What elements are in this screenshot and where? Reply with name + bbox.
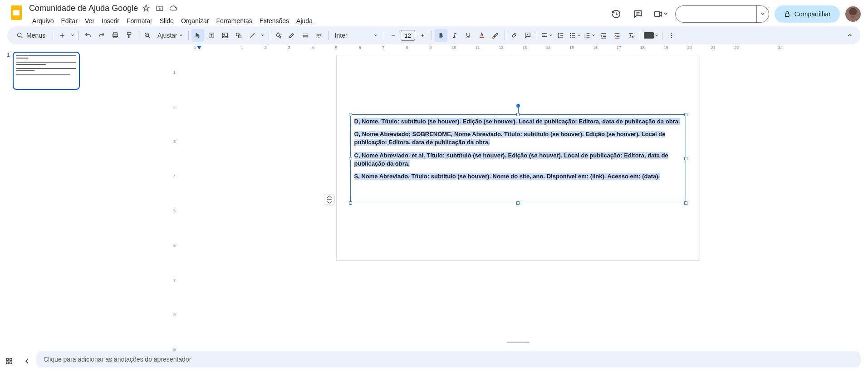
line-spacing-button[interactable] — [554, 29, 567, 42]
paint-format-button[interactable] — [123, 29, 135, 42]
svg-rect-21 — [644, 32, 654, 39]
align-button[interactable] — [540, 29, 554, 42]
resize-handle-bc[interactable] — [516, 201, 520, 205]
textbox-content[interactable]: D, Nome. Título: subtítulo (se houver). … — [351, 115, 686, 188]
fill-color-button[interactable] — [272, 29, 284, 42]
line-tool[interactable] — [246, 29, 259, 42]
cloud-icon[interactable] — [169, 4, 178, 13]
textbox-tool[interactable] — [205, 29, 218, 42]
indent-increase-button[interactable] — [611, 29, 623, 42]
line-dropdown[interactable] — [260, 29, 266, 42]
share-button[interactable]: Compartilhar — [775, 5, 840, 23]
search-menus[interactable]: Menus — [12, 29, 50, 42]
new-slide-dropdown[interactable] — [69, 29, 76, 42]
resize-handle-tr[interactable] — [684, 113, 687, 116]
menu-inserir[interactable]: Inserir — [98, 15, 123, 26]
font-select[interactable]: Inter — [331, 29, 381, 42]
fontsize-input[interactable] — [401, 30, 415, 41]
present-button[interactable]: Apresentação de slides — [675, 5, 769, 23]
indent-decrease-button[interactable] — [597, 29, 610, 42]
comments-icon[interactable] — [630, 6, 646, 22]
shape-tool[interactable] — [232, 29, 245, 42]
border-dash-button[interactable] — [313, 29, 325, 42]
comment-button[interactable] — [521, 29, 534, 42]
menu-arquivo[interactable]: Arquivo — [29, 15, 57, 26]
bottom-bar: Clique para adicionar as anotações do ap… — [0, 350, 868, 368]
collapse-filmstrip-icon[interactable] — [22, 356, 33, 367]
image-tool[interactable] — [219, 29, 231, 42]
move-icon[interactable] — [155, 4, 164, 13]
svg-point-16 — [570, 35, 570, 35]
speaker-notes-input[interactable]: Clique para adicionar as anotações do ap… — [36, 351, 861, 367]
svg-point-4 — [18, 33, 21, 37]
menu-editar[interactable]: Editar — [58, 15, 81, 26]
bold-button[interactable] — [435, 29, 447, 42]
slides-icon — [10, 5, 23, 21]
grid-view-icon[interactable] — [4, 356, 15, 367]
menubar: Arquivo Editar Ver Inserir Formatar Slid… — [29, 15, 608, 26]
svg-point-15 — [570, 33, 570, 34]
menu-extensoes[interactable]: Extensões — [256, 15, 292, 26]
menu-ferramentas[interactable]: Ferramentas — [213, 15, 255, 26]
italic-button[interactable] — [448, 29, 461, 42]
svg-point-11 — [224, 34, 225, 35]
border-color-button[interactable] — [285, 29, 298, 42]
svg-rect-28 — [6, 362, 9, 364]
menu-ajuda[interactable]: Ajuda — [293, 15, 316, 26]
slide-canvas[interactable]: D, Nome. Título: subtítulo (se houver). … — [337, 56, 700, 260]
account-avatar[interactable] — [845, 6, 861, 22]
clear-formatting-button[interactable] — [624, 29, 637, 42]
zoom-tool-button[interactable] — [141, 29, 154, 42]
svg-rect-26 — [6, 358, 9, 361]
textbox-autofit-icon[interactable] — [324, 194, 335, 205]
speaker-notes-divider[interactable] — [181, 342, 854, 343]
text-color-button[interactable] — [476, 29, 488, 42]
redo-button[interactable] — [95, 29, 108, 42]
fontsize-decrease[interactable] — [387, 29, 400, 42]
underline-button[interactable] — [462, 29, 475, 42]
menu-organizar[interactable]: Organizar — [178, 15, 212, 26]
numbered-list-button[interactable]: 123 — [583, 29, 596, 42]
horizontal-ruler[interactable]: 1 1 2 3 4 5 6 7 8 9 10 11 12 13 14 15 16… — [181, 45, 854, 53]
resize-handle-tl[interactable] — [349, 113, 352, 116]
paragraph-2: O, Nome Abreviado; SOBRENOME, Nome Abrev… — [354, 131, 666, 146]
select-tool[interactable] — [191, 29, 204, 42]
undo-button[interactable] — [82, 29, 94, 42]
bullet-list-button[interactable] — [568, 29, 582, 42]
resize-handle-ml[interactable] — [349, 157, 352, 160]
border-weight-button[interactable] — [299, 29, 312, 42]
new-slide-button[interactable] — [56, 29, 69, 42]
indent-marker-icon[interactable] — [197, 46, 201, 49]
resize-handle-br[interactable] — [684, 201, 687, 205]
menu-slide[interactable]: Slide — [157, 15, 177, 26]
resize-handle-bl[interactable] — [349, 201, 352, 205]
resize-handle-tc[interactable] — [516, 113, 520, 116]
svg-rect-10 — [222, 33, 227, 38]
share-label: Compartilhar — [794, 10, 831, 18]
menu-formatar[interactable]: Formatar — [123, 15, 156, 26]
document-title[interactable]: Comunidade de Ajuda Google — [29, 4, 138, 13]
paragraph-4: S, Nome Abreviado. Título: subtítulo (se… — [354, 173, 660, 180]
svg-rect-2 — [655, 12, 660, 17]
app-logo[interactable] — [7, 4, 25, 22]
print-button[interactable] — [109, 29, 122, 42]
vertical-ruler[interactable]: 1 2 3 4 5 6 7 8 9 — [172, 54, 180, 368]
format-options-button[interactable] — [643, 29, 659, 42]
selected-textbox[interactable]: D, Nome. Título: subtítulo (se houver). … — [350, 114, 686, 203]
highlight-button[interactable] — [489, 29, 502, 42]
zoom-select[interactable]: Ajustar — [155, 29, 186, 42]
svg-point-12 — [236, 33, 239, 36]
link-button[interactable] — [508, 29, 520, 42]
rotate-handle[interactable] — [516, 104, 520, 108]
more-button[interactable] — [665, 29, 678, 42]
collapse-toolbar[interactable] — [843, 29, 856, 42]
menu-ver[interactable]: Ver — [82, 15, 98, 26]
present-dropdown[interactable] — [756, 6, 769, 22]
svg-point-23 — [671, 35, 672, 36]
slide-thumbnail-1[interactable] — [13, 52, 80, 90]
meet-icon[interactable] — [652, 6, 670, 22]
resize-handle-mr[interactable] — [684, 157, 687, 160]
fontsize-increase[interactable] — [416, 29, 429, 42]
history-icon[interactable] — [608, 6, 624, 22]
star-icon[interactable] — [142, 4, 151, 13]
